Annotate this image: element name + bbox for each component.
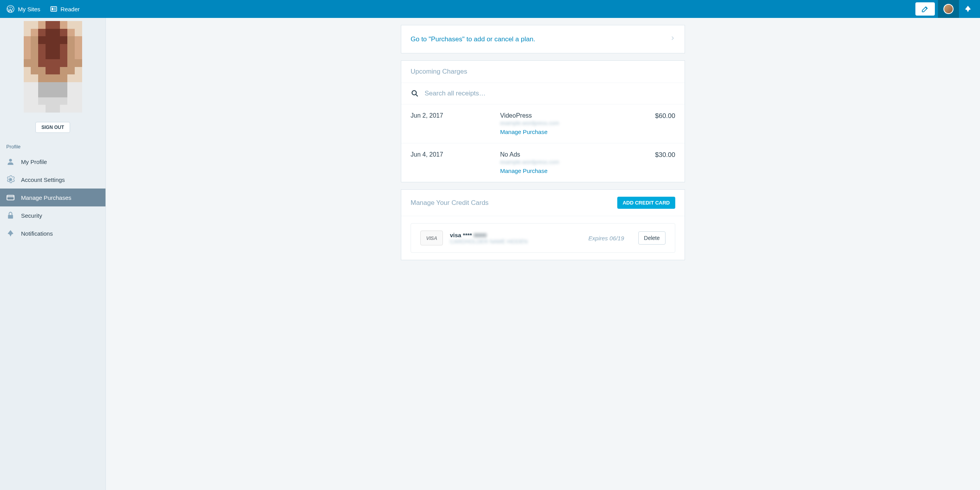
delete-card-button[interactable]: Delete	[638, 231, 666, 245]
purchases-link-card[interactable]: Go to "Purchases" to add or cancel a pla…	[401, 25, 685, 53]
credit-card-row: VISA visa **** 0000 CARDHOLDER NAME HIDD…	[411, 223, 675, 253]
manage-purchase-link[interactable]: Manage Purchase	[500, 167, 655, 174]
tag-icon	[6, 229, 15, 238]
reader-label: Reader	[61, 6, 80, 12]
avatar-image	[943, 4, 954, 14]
wordpress-logo-home[interactable]: My Sites	[6, 5, 40, 13]
manage-purchase-link[interactable]: Manage Purchase	[500, 129, 655, 135]
profile-section: SIGN OUT	[0, 18, 105, 141]
reader-link[interactable]: Reader	[50, 5, 80, 13]
svg-rect-10	[8, 215, 13, 219]
search-icon	[411, 89, 419, 98]
sign-out-button[interactable]: SIGN OUT	[35, 122, 70, 133]
user-avatar-menu[interactable]	[938, 0, 959, 18]
charge-amount: $60.00	[655, 112, 675, 135]
sidebar-item-label: Security	[21, 212, 42, 219]
gear-icon	[6, 175, 15, 184]
sidebar-item-label: Notifications	[21, 230, 53, 237]
card-expiry: Expires 06/19	[588, 235, 624, 241]
visa-logo: VISA	[420, 231, 443, 245]
charge-domain: example.wordpress.com	[500, 159, 655, 165]
person-icon	[6, 157, 15, 166]
sidebar-section-label: Profile	[0, 141, 105, 153]
search-row	[401, 83, 685, 104]
reader-icon	[50, 5, 58, 13]
svg-line-12	[416, 95, 418, 97]
wordpress-icon	[6, 5, 15, 13]
sidebar-item-manage-purchases[interactable]: Manage Purchases	[0, 189, 105, 206]
svg-point-7	[9, 178, 12, 181]
sidebar-item-label: Manage Purchases	[21, 194, 71, 201]
cardholder-name: CARDHOLDER NAME HIDDEN	[450, 238, 581, 245]
notifications-button[interactable]	[959, 0, 977, 18]
card-number: visa **** 0000	[450, 232, 581, 238]
svg-point-11	[412, 91, 416, 95]
add-credit-card-button[interactable]: ADD CREDIT CARD	[617, 197, 675, 209]
charge-date: Jun 4, 2017	[411, 151, 500, 174]
lock-icon	[6, 211, 15, 220]
profile-avatar	[24, 21, 82, 113]
chevron-right-icon	[670, 34, 675, 44]
sidebar-item-label: My Profile	[21, 159, 47, 165]
credit-cards-card: Manage Your Credit Cards ADD CREDIT CARD…	[401, 189, 685, 260]
credit-cards-header-text: Manage Your Credit Cards	[411, 199, 488, 207]
charge-title: VideoPress	[500, 112, 655, 119]
svg-point-6	[9, 159, 12, 162]
svg-rect-8	[7, 196, 14, 200]
svg-rect-2	[52, 8, 53, 11]
credit-cards-header: Manage Your Credit Cards ADD CREDIT CARD	[401, 190, 685, 216]
upcoming-charges-card: Upcoming Charges Jun 2, 2017 VideoPress …	[401, 60, 685, 182]
main-content: Go to "Purchases" to add or cancel a pla…	[106, 18, 980, 490]
charge-date: Jun 2, 2017	[411, 112, 500, 135]
topbar-left: My Sites Reader	[3, 5, 80, 13]
charge-title: No Ads	[500, 151, 655, 158]
sidebar-item-my-profile[interactable]: My Profile	[0, 153, 105, 171]
write-post-button[interactable]	[915, 2, 935, 16]
bell-icon	[964, 5, 972, 13]
topbar-right	[915, 0, 977, 18]
topbar: My Sites Reader	[0, 0, 980, 18]
charge-row: Jun 2, 2017 VideoPress example.wordpress…	[401, 104, 685, 143]
charge-row: Jun 4, 2017 No Ads example.wordpress.com…	[401, 143, 685, 182]
charge-amount: $30.00	[655, 151, 675, 174]
sidebar-item-notifications[interactable]: Notifications	[0, 224, 105, 242]
svg-rect-1	[51, 7, 56, 11]
sidebar: SIGN OUT Profile My Profile Account Sett…	[0, 18, 106, 490]
sidebar-item-account-settings[interactable]: Account Settings	[0, 171, 105, 189]
purchases-link-text: Go to "Purchases" to add or cancel a pla…	[411, 35, 535, 43]
pencil-icon	[921, 5, 929, 13]
my-sites-label: My Sites	[18, 6, 40, 12]
sidebar-item-security[interactable]: Security	[0, 206, 105, 224]
sidebar-item-label: Account Settings	[21, 176, 65, 183]
upcoming-charges-header: Upcoming Charges	[401, 61, 685, 83]
charge-domain: example.wordpress.com	[500, 120, 655, 126]
search-receipts-input[interactable]	[425, 90, 675, 97]
credit-card-icon	[6, 193, 15, 202]
